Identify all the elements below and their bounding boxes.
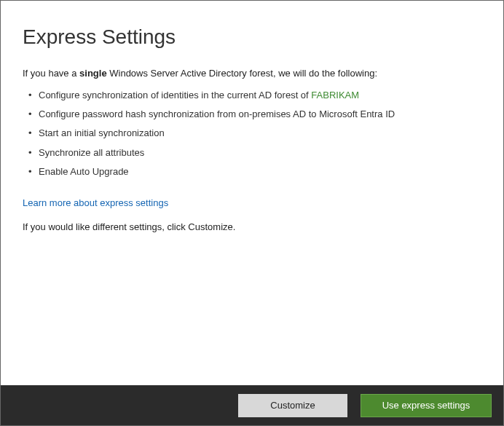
list-item: Synchronize all attributes [28, 143, 481, 162]
intro-bold: single [79, 68, 107, 79]
bullet-list: Configure synchronization of identities … [23, 86, 481, 181]
forest-name: FABRIKAM [311, 90, 359, 100]
list-item: Start an initial synchronization [28, 124, 481, 143]
customize-button[interactable]: Customize [238, 394, 347, 417]
customize-note: If you would like different settings, cl… [23, 221, 481, 232]
bullet-text: Configure synchronization of identities … [39, 90, 311, 100]
footer-bar: Customize Use express settings [1, 385, 503, 425]
intro-prefix: If you have a [23, 68, 79, 79]
page-title: Express Settings [23, 25, 481, 49]
express-settings-window: Express Settings If you have a single Wi… [0, 0, 504, 426]
learn-more-link[interactable]: Learn more about express settings [23, 197, 168, 208]
list-item: Enable Auto Upgrade [28, 162, 481, 181]
intro-text: If you have a single Windows Server Acti… [23, 68, 481, 79]
intro-suffix: Windows Server Active Directory forest, … [107, 68, 377, 79]
main-content: Express Settings If you have a single Wi… [1, 1, 503, 385]
list-item: Configure password hash synchronization … [28, 105, 481, 124]
list-item: Configure synchronization of identities … [28, 86, 481, 105]
use-express-settings-button[interactable]: Use express settings [361, 394, 492, 417]
